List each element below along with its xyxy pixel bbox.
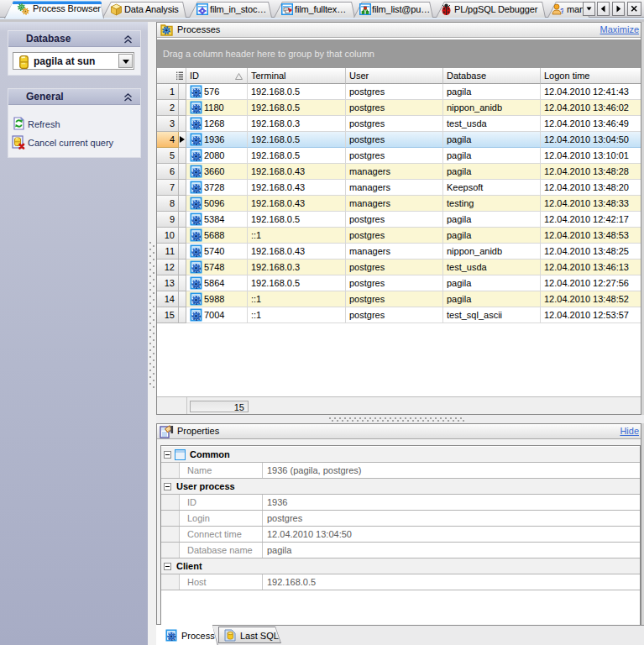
svg-text:?: ?	[560, 7, 563, 15]
